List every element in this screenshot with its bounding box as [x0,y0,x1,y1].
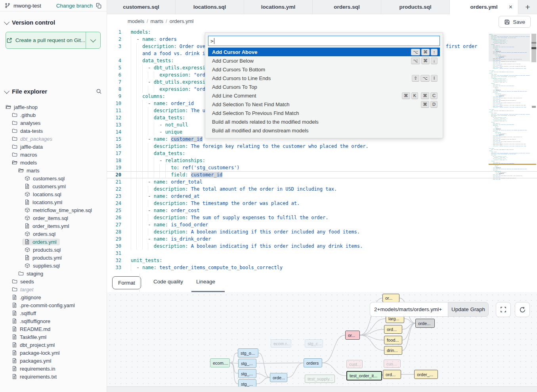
tree-item-products.sql[interactable]: products.sql [0,246,107,254]
tree-item-metricflow_time_spine.sql[interactable]: metricflow_time_spine.sql [0,206,107,214]
lineage-node-stg_o1[interactable]: stg_o... [238,348,258,358]
tree-item-products.yml[interactable]: products.yml [0,254,107,262]
tree-item-models[interactable]: models [0,159,107,166]
palette-item[interactable]: Add Cursors To Bottom [208,65,440,74]
lineage-selector-input[interactable]: 2+models/marts/orders.yml+ [370,302,448,317]
tree-item-jaffle-data[interactable]: jaffle-data [0,143,107,151]
breadcrumb-part[interactable]: orders.yml [170,18,194,24]
lineage-node-food_y[interactable]: food... [384,336,402,344]
editor-scrollbar[interactable] [531,29,536,273]
horizontal-scrollbar-track[interactable] [107,386,537,392]
palette-item[interactable]: Build all models related to the modified… [208,117,440,126]
lineage-node-drin_y[interactable]: drin... [384,346,402,355]
file-explorer-header[interactable]: File explorer [5,88,102,95]
lineage-node-orde_b[interactable]: orde... [270,373,287,382]
search-icon[interactable] [96,88,102,94]
palette-item[interactable]: Add Line Comment⌘K⌘C [208,91,440,100]
lineage-node-ecomr_f[interactable]: ecom.r... [271,339,291,348]
tab-locations.sql[interactable]: locations.sql [176,0,244,14]
new-tab-button[interactable]: + [525,3,530,11]
palette-item[interactable]: Add Selection To Next Find Match⌘D [208,100,440,109]
tab-orders.sql[interactable]: orders.sql [313,0,381,14]
tree-item-README.md[interactable]: README.md [0,325,107,333]
close-icon[interactable]: × [509,4,512,11]
lineage-node-stg3[interactable]: stg_... [238,369,256,378]
tree-item-marts[interactable]: marts [0,166,107,174]
lineage-canvas[interactable]: 2+models/marts/orders.yml+ Update Graph … [107,292,537,386]
copy-icon[interactable] [96,3,102,9]
palette-item[interactable]: Add Cursors To Top [208,82,440,91]
lineage-node-test_order_g[interactable]: test_order_it... [346,371,382,381]
lineage-node-cus_f[interactable]: cus... [384,359,401,368]
palette-item[interactable]: Build all modified and downstream models [208,126,440,135]
lineage-node-orde_gray[interactable]: orde... [415,319,435,328]
pr-button-caret[interactable] [86,32,100,48]
palette-item[interactable]: Add Cursors to Line Ends⇧⌥I [208,74,440,82]
lineage-node-or_y_top[interactable]: or... [382,294,399,302]
tree-item-.github[interactable]: .github [0,111,107,119]
tab-locations.yml[interactable]: locations.yml [244,0,313,14]
lineage-node-ord_y2[interactable]: ord... [383,370,401,379]
palette-item[interactable]: Add Cursor Above⌥⌘↑ [208,48,440,56]
lineage-node-order_y3[interactable]: order_... [414,370,438,379]
tree-item-orders.sql[interactable]: orders.sql [0,230,107,238]
refresh-button[interactable] [515,302,530,317]
version-control-header[interactable]: Version control [5,19,55,26]
tree-item-order_items.sql[interactable]: order_items.sql [0,214,107,222]
cube-icon [25,263,30,268]
palette-item[interactable]: Add Cursor Below⌥⌘↓ [208,56,440,65]
tree-item-packages.yml[interactable]: packages.yml [0,357,107,365]
lineage-node-stgc_f[interactable]: stg_c... [305,339,323,348]
tree-item-locations.yml[interactable]: locations.yml [0,198,107,206]
tree-item-.gitignore[interactable]: .gitignore [0,293,107,301]
lineage-node-test_sup_f[interactable]: test_supply... [305,375,335,383]
change-branch-link[interactable]: Change branch [56,3,93,9]
tab-orders.yml[interactable]: orders.yml× [450,0,518,14]
tree-item-requirements.txt[interactable]: requirements.txt [0,373,107,381]
tree-item-requirements.in[interactable]: requirements.in [0,365,107,373]
tree-item-.sqlfluff[interactable]: .sqlfluff [0,309,107,317]
tree-item-analyses[interactable]: analyses [0,119,107,127]
tree-item-.pre-commit-config.yaml[interactable]: .pre-commit-config.yaml [0,301,107,309]
lineage-node-or_pink[interactable]: or... [345,331,360,340]
tree-item-data-tests[interactable]: data-tests [0,127,107,135]
save-button[interactable]: Save [499,16,531,28]
tree-item-supplies.sql[interactable]: supplies.sql [0,262,107,270]
tree-item-staging[interactable]: staging [0,270,107,277]
tree-item-package-lock.yml[interactable]: package-lock.yml [0,349,107,357]
tree-item-locations.sql[interactable]: locations.sql [0,190,107,198]
tree-item-target[interactable]: target [0,285,107,293]
command-palette-input[interactable]: > [208,36,440,46]
tree-item-customers.sql[interactable]: customers.sql [0,174,107,182]
lineage-node-stg4[interactable]: stg_... [238,379,256,386]
breadcrumb-part[interactable]: models [128,18,144,24]
tree-item-dbt_packages[interactable]: dbt_packages [0,135,107,143]
code-line: columns: [127,93,165,100]
tree-item-Taskfile.yml[interactable]: Taskfile.yml [0,333,107,341]
lineage-node-orders_b[interactable]: orders [304,358,322,367]
tab-lineage[interactable]: Lineage [196,279,215,285]
breadcrumb-part[interactable]: marts [151,18,164,24]
tree-item-.sqlfluffignore[interactable]: .sqlfluffignore [0,317,107,325]
tree-item-dbt_project.yml[interactable]: dbt_project.yml [0,341,107,349]
line-number: 20 [107,172,127,178]
lineage-node-ord_y1[interactable]: ord... [384,325,402,334]
tree-item-seeds[interactable]: seeds [0,277,107,285]
palette-item[interactable]: Add Selection To Previous Find Match [208,109,440,117]
tree-item-macros[interactable]: macros [0,151,107,159]
tree-item-jaffle-shop[interactable]: jaffle-shop [0,103,107,111]
tab-products.sql[interactable]: products.sql [381,0,450,14]
format-button[interactable]: Format [112,276,141,289]
create-pull-request-button[interactable]: Create a pull request on Git... [6,32,101,49]
tab-customers.sql[interactable]: customers.sql [107,0,176,14]
update-graph-button[interactable]: Update Graph [448,302,489,317]
lineage-node-cust_f[interactable]: cust... [346,360,363,368]
lineage-node-ecom_mint[interactable]: ecom.... [210,358,230,367]
fullscreen-button[interactable] [496,302,511,317]
tree-item-orders.yml[interactable]: orders.yml [0,238,107,246]
tab-code-quality[interactable]: Code quality [153,279,183,285]
tree-item-customers.yml[interactable]: customers.yml [0,182,107,190]
lineage-node-stg2[interactable]: stg_... [238,359,256,368]
tree-item-order_items.yml[interactable]: order_items.yml [0,222,107,230]
minimap-slider[interactable] [489,34,530,61]
